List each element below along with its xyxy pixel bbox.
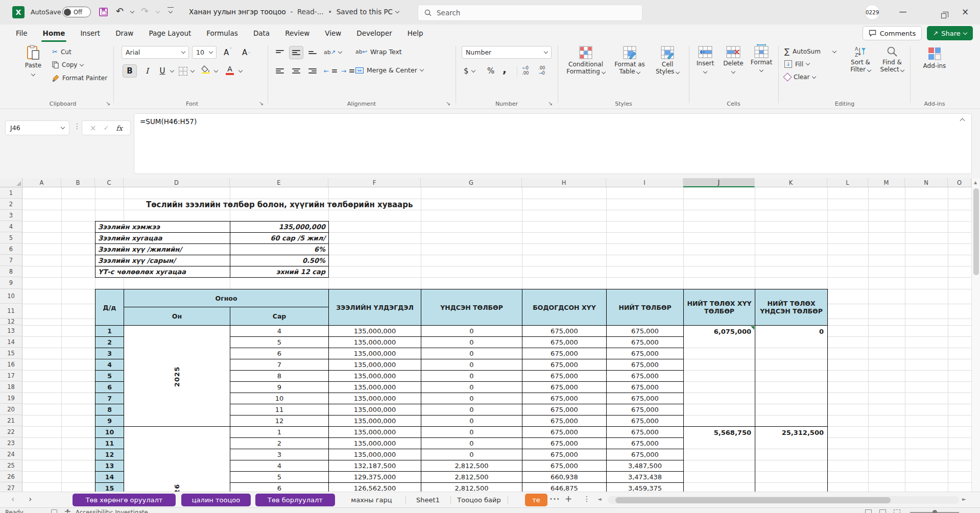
close-button[interactable]: × [958,7,973,17]
merge-center-button[interactable]: ↔ Merge & Center [355,66,423,74]
param-label[interactable]: Зээлийн хүү /сарын/ [95,255,230,266]
cell-month[interactable]: 8 [230,370,329,382]
cell-total[interactable]: 675,000 [606,437,684,449]
share-button[interactable]: ↗ Share [927,26,973,40]
header-date[interactable]: Огноо [124,289,329,307]
undo-icon[interactable]: ↶ [116,6,124,16]
cell-principal[interactable]: 0 [421,381,522,393]
cell-interest[interactable]: 675,000 [522,449,607,460]
cell-num[interactable]: 6 [95,381,124,393]
comma-style-icon[interactable]: , [503,63,507,76]
underline-chevron-icon[interactable] [170,68,174,72]
ribbon-tab-help[interactable]: Help [400,25,431,42]
cell-principal[interactable]: 2,812,500 [421,471,522,483]
cell-balance[interactable]: 135,000,000 [328,325,421,337]
cell-balance[interactable]: 132,187,500 [328,460,421,472]
param-label[interactable]: Зээлийн хэмжээ [95,221,230,233]
row-header-23[interactable]: 23 [0,437,22,449]
row-header-15[interactable]: 15 [0,348,22,359]
sheet-tab-5[interactable]: Sheet1 [408,494,448,506]
accessibility-status[interactable]: Accessibility: Investigate [76,509,148,513]
header-num[interactable]: Д/д [95,289,124,326]
row-header-20[interactable]: 20 [0,404,22,415]
cell-year-block[interactable]: 2026 [124,426,230,492]
decrease-font-button[interactable]: Aˇ [239,46,253,59]
row-header-16[interactable]: 16 [0,359,22,370]
cell-interest[interactable]: 675,000 [522,415,607,427]
restore-button[interactable] [941,13,946,18]
cell-num[interactable]: 1 [95,325,124,337]
cell-total[interactable]: 675,000 [606,426,684,438]
ribbon-tab-view[interactable]: View [317,25,349,42]
header-month[interactable]: Сар [230,307,329,326]
param-value[interactable]: 135,000,000 [230,221,329,233]
column-header-C[interactable]: C [95,178,124,187]
cell-interest[interactable]: 675,000 [522,426,607,438]
font-color-button[interactable]: A [226,65,234,75]
increase-indent-icon[interactable]: → [341,67,354,75]
cell-total[interactable]: 675,000 [606,449,684,460]
cell-balance[interactable]: 135,000,000 [328,415,421,427]
column-header-G[interactable]: G [421,178,522,187]
search-input[interactable]: Search [418,5,642,21]
row-header-26[interactable]: 26 [0,471,22,482]
row-header-3[interactable]: 3 [0,210,22,221]
avatar[interactable]: 0229 [865,5,880,20]
ribbon-tab-developer[interactable]: Developer [349,25,399,42]
clear-button[interactable]: Clear [784,74,816,81]
autosave-toggle[interactable]: Off [62,7,91,17]
cell-num[interactable]: 2 [95,336,124,348]
cell-total[interactable]: 675,000 [606,336,684,348]
header-year[interactable]: Он [124,307,230,326]
cell-principal[interactable]: 0 [421,336,522,348]
cell-interest[interactable]: 646,875 [522,482,607,492]
fill-button[interactable]: ↓Fill [784,60,809,68]
ribbon-tab-page-layout[interactable]: Page Layout [141,25,199,42]
cell-num[interactable]: 11 [95,437,124,449]
header-total[interactable]: НИЙТ ТӨЛБӨР [606,289,684,326]
row-header-27[interactable]: 27 [0,482,22,492]
cell-total[interactable]: 675,000 [606,348,684,359]
cell-styles-button[interactable]: Cell Styles [652,46,683,76]
cell-interest[interactable]: 675,000 [522,393,607,404]
cell-month[interactable]: 2 [230,437,329,449]
fill-color-chevron-icon[interactable] [214,68,218,72]
row-header-9[interactable]: 9 [0,277,22,289]
cell-balance[interactable]: 135,000,000 [328,348,421,359]
row-header-17[interactable]: 17 [0,370,22,381]
cell-principal[interactable]: 0 [421,404,522,416]
align-center-icon[interactable] [289,64,303,78]
format-cells-button[interactable]: Format [748,44,775,71]
cell-num[interactable]: 15 [95,482,124,492]
cell-total[interactable]: 3,473,438 [606,471,684,483]
param-value[interactable]: 0.50% [230,255,329,266]
param-value[interactable]: эхний 12 сар [230,266,329,278]
percent-icon[interactable]: % [487,66,494,76]
header-total-principal[interactable]: НИЙТ ТӨЛӨХ ҮНДСЭН ТӨЛБӨР [755,289,828,326]
cell-principal[interactable]: 0 [421,359,522,371]
cell-principal[interactable]: 0 [421,393,522,404]
align-middle-icon[interactable] [289,46,303,59]
normal-view-icon[interactable] [865,509,872,513]
cell-total[interactable]: 675,000 [606,370,684,382]
select-all-corner[interactable] [0,178,22,187]
cell-num[interactable]: 8 [95,404,124,416]
new-sheet-button[interactable]: + [565,494,572,504]
cut-button[interactable]: ✂Cut [52,48,71,56]
number-format-select[interactable]: Number [462,46,552,59]
orientation-button[interactable]: ab↗ [324,49,342,56]
cell-balance[interactable]: 135,000,000 [328,381,421,393]
cell-interest[interactable]: 675,000 [522,325,607,337]
cell-balance[interactable]: 135,000,000 [328,404,421,416]
ribbon-tab-data[interactable]: Data [246,25,277,42]
param-value[interactable]: 6% [230,243,329,255]
row-header-22[interactable]: 22 [0,426,22,437]
cell-balance[interactable]: 126,562,500 [328,482,421,492]
sheet-menu-icon[interactable]: ⋮ [583,495,590,503]
more-sheets-icon[interactable]: ••• [549,496,560,502]
cell-balance[interactable]: 129,375,000 [328,471,421,483]
row-header-6[interactable]: 6 [0,243,22,255]
column-header-L[interactable]: L [827,178,868,187]
copy-button[interactable]: Copy [52,61,83,68]
format-as-table-button[interactable]: Format as Table [611,46,649,76]
